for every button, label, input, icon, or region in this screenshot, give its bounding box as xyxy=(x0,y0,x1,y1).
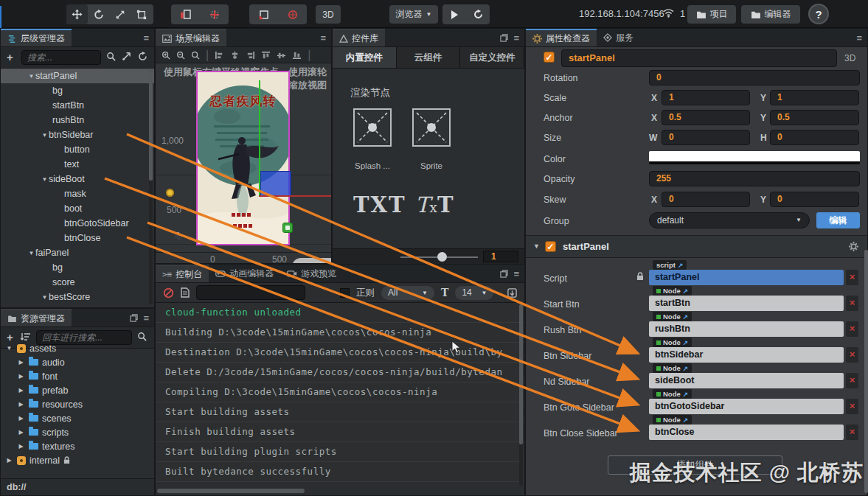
external-link-icon[interactable]: ↗ xyxy=(678,262,684,269)
tab-console[interactable]: >≡ 控制台 xyxy=(156,265,209,282)
btn-sidebar-ref-field[interactable]: btnSidebar xyxy=(649,347,844,363)
ninja-mini-sprite[interactable] xyxy=(173,230,183,241)
external-link-icon[interactable]: ↗ xyxy=(683,287,689,295)
zoom-in-icon[interactable] xyxy=(162,51,170,60)
tree-node-text[interactable]: text xyxy=(1,157,154,172)
zoom-value-field[interactable]: 1 xyxy=(483,251,518,262)
tree-node-bestscore[interactable]: ▼bestScore xyxy=(1,290,154,304)
scale-y-field[interactable]: 1 xyxy=(770,90,859,105)
asset-node-scripts[interactable]: ▶scripts xyxy=(1,425,154,439)
anchor-y-field[interactable]: 0.5 xyxy=(770,110,859,125)
asset-node-scenes[interactable]: ▶scenes xyxy=(1,411,154,425)
size-w-field[interactable]: 0 xyxy=(662,130,750,145)
log-file-icon[interactable] xyxy=(181,287,190,298)
move-tool-button[interactable] xyxy=(66,4,88,24)
tab-custom-widgets[interactable]: 自定义控件 xyxy=(460,47,524,68)
zoom-out-icon[interactable] xyxy=(176,51,185,60)
opacity-field[interactable]: 255 xyxy=(649,171,860,186)
asset-node-prefab[interactable]: ▶prefab xyxy=(1,383,154,397)
group-dropdown[interactable]: default ▼ xyxy=(649,212,810,228)
caret-down-icon[interactable]: ▼ xyxy=(27,73,35,80)
remove-ref-button[interactable]: × xyxy=(846,270,858,285)
menu-icon[interactable]: ≡ xyxy=(143,312,149,324)
rush-btn-ref-field[interactable]: rushBtn xyxy=(649,321,844,337)
align-bottom-icon[interactable] xyxy=(292,51,302,60)
gizmo-x-axis[interactable] xyxy=(259,195,331,197)
remove-ref-button[interactable]: × xyxy=(846,321,858,337)
caret-down-icon[interactable]: ▼ xyxy=(5,345,13,352)
zoom-reset-icon[interactable] xyxy=(191,51,200,60)
collider-button[interactable] xyxy=(278,4,307,24)
border-edit-button[interactable] xyxy=(249,4,278,24)
splash-widget[interactable] xyxy=(353,108,392,147)
remove-ref-button[interactable]: × xyxy=(846,347,858,363)
btn-close-sidebar-ref-field[interactable]: btnClose xyxy=(649,425,844,440)
gizmo-y-axis[interactable] xyxy=(259,80,260,196)
asset-node-font[interactable]: ▶font xyxy=(1,369,154,383)
tree-node-startbtn[interactable]: startBtn xyxy=(1,98,154,113)
console-scrollbar-h[interactable] xyxy=(157,489,305,493)
align-center-h-icon[interactable] xyxy=(230,51,240,60)
caret-right-icon[interactable]: ▶ xyxy=(17,415,25,422)
rect-tool-button[interactable] xyxy=(131,4,152,24)
tree-node-btnsidebar[interactable]: ▼btnSidebar xyxy=(1,128,154,142)
btn-goto-sidebar-ref-field[interactable]: btnGotoSidebar xyxy=(649,399,844,414)
tab-services[interactable]: 服务 xyxy=(597,29,640,46)
mode-3d-button[interactable]: 3D xyxy=(316,5,341,24)
export-log-icon[interactable] xyxy=(507,288,517,298)
caret-down-icon[interactable]: ▼ xyxy=(41,294,49,301)
tree-node-btnclose[interactable]: btnClose xyxy=(1,231,154,245)
coin-sprite[interactable] xyxy=(166,189,174,197)
refresh-icon[interactable] xyxy=(138,52,147,61)
remove-ref-button[interactable]: × xyxy=(846,373,858,388)
external-link-icon[interactable]: ↗ xyxy=(683,416,689,424)
tab-game-preview[interactable]: 游戏预览 xyxy=(280,265,343,282)
tab-animation-editor[interactable]: 动画编辑器 xyxy=(209,265,280,282)
popout-icon[interactable] xyxy=(500,270,508,278)
skew-y-field[interactable]: 0 xyxy=(770,192,859,207)
menu-icon[interactable]: ≡ xyxy=(320,32,326,43)
color-swatch[interactable] xyxy=(649,151,860,164)
menu-icon[interactable]: ≡ xyxy=(143,32,149,43)
scene-viewport[interactable]: 使用鼠标右键平移视窗焦点，使用滚轮缩放视图 xyxy=(156,63,331,263)
search-icon[interactable] xyxy=(106,52,116,61)
caret-right-icon[interactable]: ▶ xyxy=(5,457,13,464)
popout-icon[interactable] xyxy=(130,314,138,322)
help-button[interactable]: ? xyxy=(808,4,829,24)
component-header[interactable]: ▼ ✓ startPanel xyxy=(526,235,867,258)
menu-icon[interactable]: ≡ xyxy=(856,32,862,43)
rotate-tool-button[interactable] xyxy=(88,4,109,24)
scale-x-field[interactable]: 1 xyxy=(662,90,750,105)
asset-node-textures[interactable]: ▶textures xyxy=(1,439,154,453)
console-scrollbar-v[interactable] xyxy=(519,304,523,486)
tree-node-boot[interactable]: boot xyxy=(1,201,154,216)
tree-node-rushbtn[interactable]: rushBtn xyxy=(1,113,154,128)
caret-right-icon[interactable]: ▶ xyxy=(17,401,25,408)
external-link-icon[interactable]: ↗ xyxy=(683,391,689,398)
log-level-dropdown[interactable]: All ▼ xyxy=(381,286,434,300)
anchor-pivot-button[interactable] xyxy=(171,4,200,24)
open-editor-button[interactable]: 编辑器 xyxy=(741,5,800,24)
gear-icon[interactable] xyxy=(849,242,858,251)
console-filter-input[interactable] xyxy=(196,285,305,300)
zoom-slider-thumb[interactable] xyxy=(437,252,447,262)
locate-node-icon[interactable] xyxy=(122,52,131,61)
tab-hierarchy[interactable]: 层级管理器 xyxy=(1,29,72,46)
tree-node-startpanel[interactable]: ▼startPanel xyxy=(1,69,154,83)
start-btn-ref-field[interactable]: startBtn xyxy=(649,296,844,311)
play-button[interactable] xyxy=(442,4,466,24)
scale-tool-button[interactable] xyxy=(109,4,131,24)
tab-widget-library[interactable]: 控件库 xyxy=(333,29,385,46)
script-ref-field[interactable]: startPanel xyxy=(649,270,844,285)
tab-scene-editor[interactable]: 场景编辑器 xyxy=(156,29,226,46)
tab-inspector[interactable]: 属性检查器 xyxy=(526,29,597,46)
caret-right-icon[interactable]: ▶ xyxy=(17,373,25,380)
caret-right-icon[interactable]: ▶ xyxy=(17,387,25,394)
refresh-button[interactable] xyxy=(466,4,490,24)
hierarchy-search-input[interactable] xyxy=(21,50,101,65)
rotation-field[interactable]: 0 xyxy=(649,70,860,85)
caret-down-icon[interactable]: ▼ xyxy=(41,176,49,183)
external-link-icon[interactable]: ↗ xyxy=(683,365,689,372)
search-icon[interactable] xyxy=(137,332,147,341)
asset-node-assets[interactable]: ▼assets xyxy=(1,341,154,355)
